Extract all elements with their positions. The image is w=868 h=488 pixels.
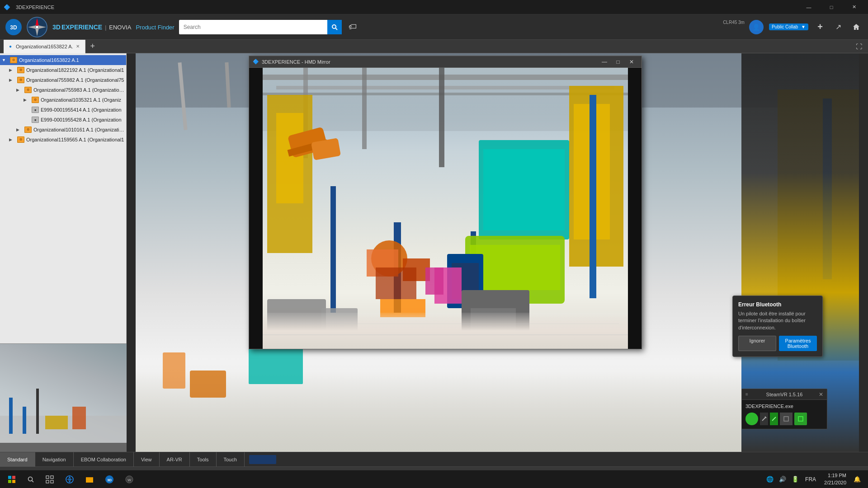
- taskbar-search-button[interactable]: [22, 470, 40, 488]
- tree-item[interactable]: ▶ ⚙ Organizational1035321 A.1 (Organiz: [0, 95, 126, 105]
- node-label: E999-0001955428 A.1 (Organization: [41, 117, 124, 122]
- steamvr-header: ≡ SteamVR 1.5.16 ✕: [742, 389, 827, 400]
- fullscreen-button[interactable]: ⛶: [854, 41, 864, 52]
- steamvr-square-btn-2[interactable]: [794, 413, 807, 425]
- search-button[interactable]: [327, 20, 342, 34]
- node-label: Organizational1653822 A.1: [19, 57, 124, 63]
- tree-item[interactable]: ▶ ⚙ Organizational755983 A.1 (Organizati…: [0, 85, 126, 95]
- node-label: Organizational1822192 A.1 (Organizationa…: [26, 67, 124, 73]
- main-tab[interactable]: ● Organizational1653822 A. ✕: [4, 40, 85, 53]
- close-button[interactable]: ✕: [844, 0, 864, 14]
- battery-icon[interactable]: 🔋: [790, 474, 801, 484]
- tab-ar-vr[interactable]: AR-VR: [160, 452, 190, 467]
- left-preview-viewport: [0, 343, 127, 452]
- tree-item[interactable]: ■ E999-0001955414 A.1 (Organization: [0, 105, 126, 115]
- node-label: Organizational755982 A.1 (Organizational…: [26, 77, 124, 83]
- minimize-button[interactable]: —: [798, 0, 819, 14]
- user-section[interactable]: 👤: [749, 20, 764, 34]
- search-bar: [179, 20, 342, 34]
- node-label: Organizational1035321 A.1 (Organiz: [41, 97, 124, 103]
- taskbar-explorer-button[interactable]: [80, 470, 99, 488]
- expand-icon: ▶: [16, 127, 23, 132]
- expand-icon: ▼: [2, 58, 8, 62]
- language-indicator[interactable]: FRA: [802, 474, 819, 484]
- expand-icon: ▶: [9, 68, 15, 72]
- node-icon: ■: [31, 106, 39, 114]
- collab-role-badge[interactable]: Public Collab ▼: [769, 23, 808, 30]
- steamvr-dot-1[interactable]: [745, 413, 758, 425]
- tag-icon[interactable]: 🏷: [346, 21, 359, 33]
- steamvr-panel: ≡ SteamVR 1.5.16 ✕ 3DEXPERIENCE.exe: [741, 389, 827, 429]
- tab-navigation[interactable]: Navigation: [35, 452, 74, 467]
- time-display: 1:19 PM: [824, 472, 846, 479]
- tree-item[interactable]: ▶ ⚙ Organizational1822192 A.1 (Organizat…: [0, 65, 126, 75]
- tree-item[interactable]: ▶ ⚙ Organizational755982 A.1 (Organizati…: [0, 75, 126, 85]
- svg-text:N: N: [36, 20, 38, 23]
- tab-ebom[interactable]: EBOM Collaboration: [74, 452, 134, 467]
- hmd-window-icon: 🔷: [253, 59, 259, 65]
- notifications-icon[interactable]: 🔔: [852, 474, 863, 484]
- bluetooth-popup-message: Un pilote doit être installé pour termin…: [738, 310, 817, 331]
- add-button[interactable]: +: [814, 21, 826, 33]
- search-input[interactable]: [179, 24, 327, 30]
- steamvr-controls: [745, 413, 823, 425]
- network-icon[interactable]: 🌐: [764, 474, 775, 484]
- user-avatar[interactable]: 👤: [749, 20, 764, 34]
- svg-rect-15: [798, 417, 803, 421]
- bluetooth-ignore-button[interactable]: Ignorer: [738, 336, 776, 351]
- taskbar-task-view[interactable]: [40, 470, 60, 488]
- bluetooth-settings-button[interactable]: Paramètres Bluetooth: [779, 336, 817, 351]
- svg-text:3D: 3D: [107, 478, 112, 482]
- date-display: 2/21/2020: [824, 479, 846, 486]
- steamvr-pen-icon[interactable]: [760, 413, 768, 425]
- steamvr-close-button[interactable]: ✕: [819, 391, 823, 398]
- start-button[interactable]: [2, 470, 22, 488]
- app-title-text: 3DEXPERIENCE: [16, 5, 54, 10]
- tab-view[interactable]: View: [134, 452, 160, 467]
- window-controls: — □ ✕: [798, 0, 864, 14]
- tree-item[interactable]: ▶ ⚙ Organizational1010161 A.1 (Organizat…: [0, 125, 126, 135]
- hmd-window-title: 3DEXPERIENCE - HMD Mirror: [262, 59, 598, 65]
- maximize-button[interactable]: □: [821, 0, 842, 14]
- home-button[interactable]: [850, 21, 863, 33]
- taskbar-3dexperience-button[interactable]: 3D: [99, 470, 119, 488]
- compass-widget[interactable]: N: [26, 16, 48, 38]
- tab-standard[interactable]: Standard: [0, 452, 35, 467]
- hmd-close-button[interactable]: ✕: [625, 57, 638, 67]
- hmd-titlebar: 🔷 3DEXPERIENCE - HMD Mirror — □ ✕: [249, 56, 642, 68]
- tab-close[interactable]: ✕: [76, 44, 80, 49]
- viewport-area[interactable]: 🔷 3DEXPERIENCE - HMD Mirror — □ ✕: [127, 53, 868, 452]
- node-label: E999-0001955414 A.1 (Organization: [41, 107, 124, 113]
- svg-rect-24: [8, 480, 11, 483]
- svg-rect-14: [784, 417, 788, 421]
- share-button[interactable]: ↗: [832, 21, 844, 33]
- hmd-maximize-button[interactable]: □: [612, 57, 624, 67]
- tree-item[interactable]: ▶ ⚙ Organizational1159565 A.1 (Organizat…: [0, 135, 126, 145]
- taskbar-app-button[interactable]: W: [119, 470, 139, 488]
- node-icon: ⚙: [17, 76, 25, 84]
- svg-line-27: [32, 480, 34, 482]
- svg-rect-23: [12, 476, 15, 479]
- tab-label: Organizational1653822 A.: [16, 44, 73, 49]
- svg-rect-28: [46, 476, 49, 479]
- taskbar-ie-button[interactable]: [60, 470, 80, 488]
- hmd-minimize-button[interactable]: —: [598, 57, 611, 67]
- left-panel: ▼ ⚙ Organizational1653822 A.1 ▶ ⚙ Organi…: [0, 53, 127, 452]
- taskbar-system-tray: 🌐 🔊 🔋 FRA 1:19 PM 2/21/2020 🔔: [761, 472, 866, 486]
- clock[interactable]: 1:19 PM 2/21/2020: [821, 472, 850, 486]
- tab-add-button[interactable]: +: [87, 41, 98, 52]
- content-area: ▼ ⚙ Organizational1653822 A.1 ▶ ⚙ Organi…: [0, 53, 868, 452]
- touch-indicator: [245, 455, 868, 464]
- steamvr-square-btn-1[interactable]: [780, 413, 793, 425]
- tab-touch[interactable]: Touch: [217, 452, 245, 467]
- tree-item[interactable]: ▼ ⚙ Organizational1653822 A.1: [0, 55, 126, 65]
- tree-item[interactable]: ■ E999-0001955428 A.1 (Organization: [0, 115, 126, 125]
- tab-tools[interactable]: Tools: [190, 452, 217, 467]
- expand-icon: ▶: [9, 137, 15, 142]
- viewport-left-strip: [127, 53, 136, 452]
- steamvr-exe-label: 3DEXPERIENCE.exe: [745, 404, 823, 409]
- steamvr-pen2-icon[interactable]: [770, 413, 778, 425]
- svg-point-9: [332, 25, 336, 28]
- speaker-icon[interactable]: 🔊: [777, 474, 788, 484]
- hmd-content: [249, 68, 642, 349]
